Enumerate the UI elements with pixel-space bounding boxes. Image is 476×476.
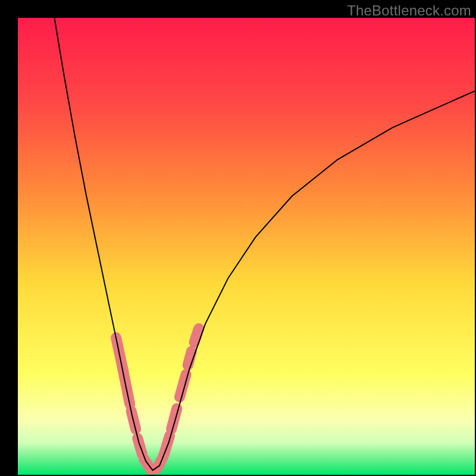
highlight-segment	[194, 328, 199, 342]
plot-area	[18, 18, 475, 475]
chart-svg	[18, 18, 475, 475]
watermark-text: TheBottleneck.com	[347, 2, 471, 19]
gradient-background	[18, 18, 475, 475]
outer-frame: TheBottleneck.com	[0, 0, 476, 476]
